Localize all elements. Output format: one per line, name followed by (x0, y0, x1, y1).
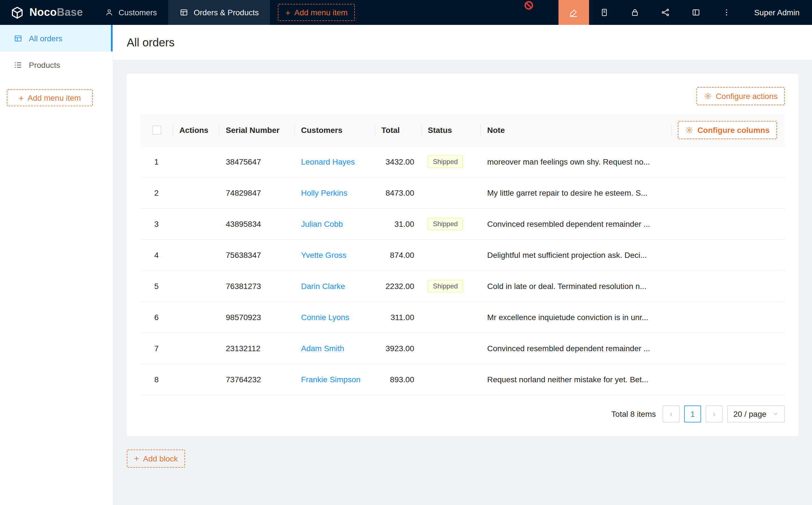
status-tag: Shipped (428, 280, 463, 292)
customer-cell: Yvette Gross (294, 239, 375, 270)
lock-button[interactable] (620, 0, 650, 25)
column-header-total: Total (375, 114, 421, 146)
row-index: 4 (140, 239, 172, 270)
serial-cell: 74829847 (219, 177, 294, 208)
select-all-checkbox[interactable] (152, 126, 161, 135)
customer-cell: Julian Cobb (294, 208, 375, 239)
config-cell (671, 146, 785, 177)
total-cell: 2232.00 (375, 270, 421, 301)
note-cell: Cold in late or deal. Terminated resolut… (481, 270, 671, 301)
customer-link[interactable]: Darin Clarke (301, 281, 345, 290)
config-cell (671, 239, 785, 270)
serial-cell: 43895834 (219, 208, 294, 239)
total-cell: 3923.00 (375, 333, 421, 364)
total-cell: 31.00 (375, 208, 421, 239)
nav-item-label: Orders & Products (193, 8, 259, 17)
table-header-row: Actions Serial Number Customers Total St… (140, 114, 785, 146)
customer-link[interactable]: Holly Perkins (301, 188, 347, 197)
add-menu-item-button-topbar[interactable]: + Add menu item (278, 4, 355, 21)
nav-item-customers[interactable]: Customers (93, 0, 168, 25)
top-nav: Customers Orders & Products + Add menu i… (93, 0, 355, 25)
gear-icon (686, 126, 693, 134)
more-dots-icon (722, 8, 731, 17)
configure-columns-button[interactable]: Configure columns (678, 121, 777, 139)
status-cell (421, 177, 481, 208)
column-header-status: Status (421, 114, 481, 146)
logo-text-primary: Noco (29, 6, 57, 18)
page-size-select[interactable]: 20 / page (727, 405, 785, 422)
more-button[interactable] (711, 0, 742, 25)
select-all-header (140, 114, 172, 146)
column-header-note: Note (481, 114, 671, 146)
config-cell (671, 364, 785, 395)
note-cell: Delightful met sufficient projection ask… (481, 239, 671, 270)
sidebar-item-products[interactable]: Products (0, 51, 113, 78)
actions-cell (172, 270, 219, 301)
add-menu-item-button-sidebar[interactable]: + Add menu item (7, 90, 93, 106)
note-cell: Convinced resembled dependent remainder … (481, 333, 671, 364)
column-header-actions: Actions (172, 114, 219, 146)
chevron-left-icon: ‹ (670, 409, 673, 418)
customer-cell: Holly Perkins (294, 177, 375, 208)
config-cell (671, 177, 785, 208)
customer-link[interactable]: Yvette Gross (301, 250, 346, 259)
gear-icon (704, 92, 712, 100)
sidebar-item-all-orders[interactable]: All orders (0, 25, 113, 51)
logo-text-secondary: Base (57, 6, 83, 18)
table-row: 5 76381273 Darin Clarke 2232.00 Shipped … (140, 270, 785, 301)
app: NocoBase Customers Orders & Products + A… (0, 0, 812, 505)
document-button[interactable] (589, 0, 620, 25)
status-cell (421, 301, 481, 333)
customer-link[interactable]: Adam Smith (301, 344, 344, 353)
pagination-prev-button[interactable]: ‹ (663, 405, 680, 422)
customer-link[interactable]: Frankie Simpson (301, 375, 361, 384)
add-menu-item-label: Add menu item (28, 93, 81, 102)
actions-cell (172, 301, 219, 333)
table-row: 7 23132112 Adam Smith 3923.00 Convinced … (140, 333, 785, 364)
note-cell: moreover man feelings own shy. Request n… (481, 146, 671, 177)
ui-editor-button[interactable] (558, 0, 589, 25)
status-cell: Shipped (421, 208, 481, 239)
chevron-down-icon (772, 410, 779, 417)
customer-link[interactable]: Leonard Hayes (301, 157, 355, 166)
sidebar: All orders Products + Add menu item (0, 25, 113, 505)
plus-icon: + (134, 454, 139, 463)
customer-link[interactable]: Julian Cobb (301, 219, 343, 228)
total-cell: 893.00 (375, 364, 421, 395)
column-header-customers: Customers (294, 114, 375, 146)
customer-link[interactable]: Connie Lyons (301, 312, 349, 322)
total-cell: 3432.00 (375, 146, 421, 177)
status-cell (421, 364, 481, 395)
row-index: 2 (140, 177, 172, 208)
table-row: 4 75638347 Yvette Gross 874.00 Delightfu… (140, 239, 785, 270)
configure-columns-label: Configure columns (697, 126, 770, 135)
actions-cell (172, 239, 219, 270)
nav-item-orders-products[interactable]: Orders & Products (168, 0, 270, 25)
app-body: All orders Products + Add menu item All … (0, 25, 812, 505)
status-cell (421, 333, 481, 364)
configure-actions-button[interactable]: Configure actions (697, 87, 785, 105)
plus-icon: + (285, 8, 291, 17)
user-menu[interactable]: Super Admin (742, 0, 812, 25)
column-header-config: Configure columns (671, 114, 785, 146)
layout-button[interactable] (681, 0, 711, 25)
row-index: 1 (140, 146, 172, 177)
note-cell: Convinced resembled dependent remainder … (481, 208, 671, 239)
column-header-serial: Serial Number (219, 114, 294, 146)
share-nodes-icon (661, 8, 670, 17)
logo-text: NocoBase (29, 6, 83, 19)
nocobase-logo-icon (10, 5, 24, 19)
note-cell: Mr excellence inquietude conviction is i… (481, 301, 671, 333)
add-block-button[interactable]: + Add block (127, 449, 185, 467)
page-header: All orders (113, 25, 812, 60)
share-nodes-button[interactable] (650, 0, 681, 25)
row-index: 7 (140, 333, 172, 364)
add-menu-item-label: Add menu item (294, 8, 348, 17)
serial-cell: 73764232 (219, 364, 294, 395)
pagination-page-1[interactable]: 1 (684, 405, 701, 422)
pagination-next-button[interactable]: › (706, 405, 722, 422)
config-cell (671, 333, 785, 364)
status-cell: Shipped (421, 270, 481, 301)
total-cell: 311.00 (375, 301, 421, 333)
logo[interactable]: NocoBase (0, 0, 93, 25)
